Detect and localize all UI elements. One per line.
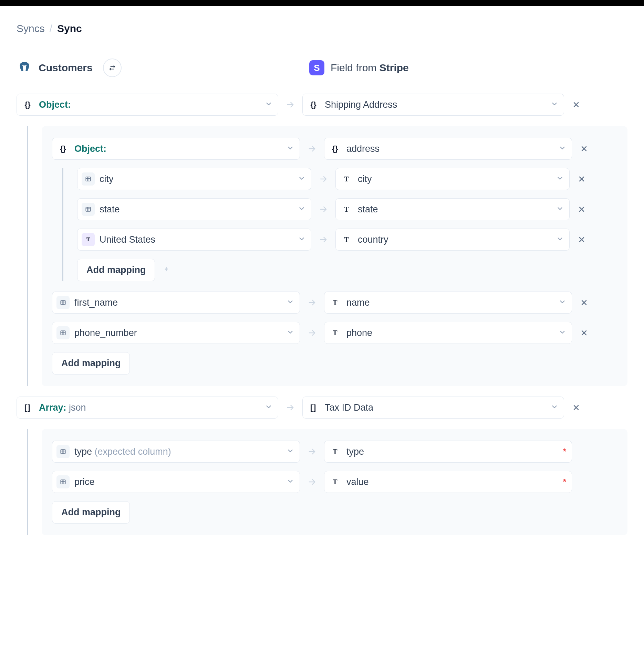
chevron-down-icon	[287, 328, 294, 337]
breadcrumb: Syncs / Sync	[17, 23, 627, 34]
remove-mapping-button[interactable]	[579, 145, 589, 153]
text-type-icon: T	[329, 326, 342, 339]
dest-label: Shipping Address	[325, 99, 397, 110]
braces-icon: {}	[21, 98, 34, 111]
svg-rect-2	[86, 177, 91, 181]
text-type-icon: T	[340, 233, 353, 246]
chevron-down-icon	[559, 144, 566, 153]
chevron-down-icon	[551, 403, 558, 412]
dest-label: address	[346, 144, 380, 154]
dest-select-shipping-address[interactable]: {} Shipping Address	[302, 94, 564, 116]
source-select-state[interactable]: state	[77, 198, 311, 220]
brackets-icon: []	[307, 401, 320, 414]
remove-mapping-button[interactable]	[571, 101, 581, 109]
required-indicator: *	[563, 447, 566, 456]
array-json: json	[69, 402, 86, 413]
braces-icon: {}	[307, 98, 320, 111]
svg-point-1	[25, 65, 27, 66]
dest-select-city[interactable]: T city	[335, 168, 570, 190]
source-select-object[interactable]: {} Object:	[17, 94, 278, 116]
text-literal-icon: T	[82, 233, 95, 246]
source-select-type[interactable]: type (expected column)	[52, 441, 300, 463]
dest-label: type	[346, 446, 364, 457]
arrow-right-icon	[307, 477, 317, 487]
source-label: Object:	[74, 144, 106, 154]
stripe-icon: S	[309, 60, 324, 75]
sync-direction-button[interactable]	[103, 59, 122, 77]
swap-icon	[108, 64, 116, 72]
dest-select-country[interactable]: T country	[335, 229, 570, 251]
add-mapping-button[interactable]: Add mapping	[77, 259, 155, 281]
arrow-right-icon	[285, 403, 295, 412]
remove-mapping-button[interactable]	[577, 175, 587, 183]
arrow-right-icon	[318, 174, 329, 184]
svg-rect-18	[61, 450, 65, 454]
chevron-down-icon	[287, 447, 294, 456]
column-icon	[56, 475, 70, 488]
arrow-right-icon	[285, 100, 295, 109]
source-select-price[interactable]: price	[52, 471, 300, 493]
add-mapping-button[interactable]: Add mapping	[52, 501, 130, 524]
destination-title: Field from Stripe	[331, 62, 409, 74]
source-label: phone_number	[74, 328, 137, 338]
arrow-right-icon	[318, 235, 329, 244]
dest-select-name[interactable]: T name	[324, 292, 572, 314]
braces-icon: {}	[329, 142, 342, 155]
source-select-object[interactable]: {} Object:	[52, 138, 300, 160]
dest-label: name	[346, 297, 370, 308]
arrow-right-icon	[307, 298, 317, 307]
source-select-phone-number[interactable]: phone_number	[52, 322, 300, 344]
source-label-text: type	[74, 446, 92, 457]
column-icon	[82, 172, 95, 186]
chevron-down-icon	[556, 175, 564, 183]
svg-rect-10	[61, 300, 65, 305]
dest-label: phone	[346, 328, 372, 338]
nested-group: type (expected column) T	[27, 429, 627, 535]
source-select-first-name[interactable]: first_name	[52, 292, 300, 314]
source-label: type (expected column)	[74, 446, 171, 457]
add-mapping-button[interactable]: Add mapping	[52, 352, 130, 375]
remove-mapping-button[interactable]	[577, 235, 587, 244]
postgres-icon	[17, 60, 32, 76]
brackets-icon: []	[21, 401, 34, 414]
destination-name: Stripe	[380, 62, 409, 73]
chevron-down-icon	[287, 298, 294, 307]
chevron-down-icon	[556, 235, 564, 244]
dest-label: country	[358, 234, 388, 245]
chevron-down-icon	[551, 100, 558, 109]
chevron-down-icon	[559, 328, 566, 337]
array-prefix: Array:	[39, 402, 66, 413]
source-title: Customers	[39, 62, 93, 74]
dest-select-value[interactable]: T value *	[324, 471, 572, 493]
remove-mapping-button[interactable]	[579, 298, 589, 307]
nested-group: city T city	[62, 168, 619, 281]
remove-mapping-button[interactable]	[571, 403, 581, 412]
nested-group: {} Object: {} address	[27, 126, 627, 386]
source-label: first_name	[74, 297, 118, 308]
source-label: Object:	[39, 99, 71, 110]
dest-select-state[interactable]: T state	[335, 198, 570, 220]
source-select-array-json[interactable]: [] Array: json	[17, 397, 278, 419]
dest-label: city	[358, 174, 372, 184]
dest-select-type[interactable]: T type *	[324, 441, 572, 463]
source-select-city[interactable]: city	[77, 168, 311, 190]
dest-select-tax-id-data[interactable]: [] Tax ID Data	[302, 397, 564, 419]
column-icon	[56, 296, 70, 309]
dest-select-address[interactable]: {} address	[324, 138, 572, 160]
breadcrumb-root[interactable]: Syncs	[17, 23, 45, 34]
source-select-country-literal[interactable]: T United States	[77, 229, 311, 251]
svg-rect-6	[86, 207, 91, 211]
arrow-right-icon	[307, 447, 317, 456]
remove-mapping-button[interactable]	[577, 205, 587, 213]
chevron-down-icon	[265, 403, 272, 412]
chevron-down-icon	[298, 205, 305, 214]
text-type-icon: T	[329, 475, 342, 488]
chevron-down-icon	[287, 144, 294, 153]
dest-select-phone[interactable]: T phone	[324, 322, 572, 344]
source-hint: (expected column)	[95, 446, 171, 457]
braces-icon: {}	[56, 142, 70, 155]
text-type-icon: T	[340, 172, 353, 186]
dest-label: Tax ID Data	[325, 402, 373, 413]
dest-label: value	[346, 477, 369, 487]
remove-mapping-button[interactable]	[579, 329, 589, 337]
